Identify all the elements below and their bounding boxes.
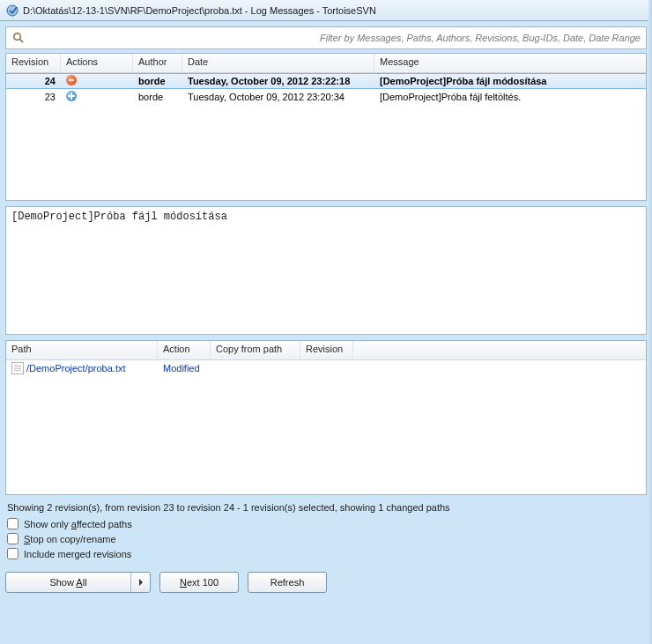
cell-message: [DemoProject]Próba fájl feltöltés. xyxy=(374,91,646,103)
svg-point-1 xyxy=(14,33,21,41)
revision-row[interactable]: 23 borde Tuesday, October 09, 2012 23:20… xyxy=(6,89,646,105)
option-affected-paths[interactable]: Show only affected paths xyxy=(5,516,647,531)
next-100-button[interactable]: Next 100 xyxy=(159,572,239,593)
window-title: D:\Oktatás\12-13-1\SVN\RF\DemoProject\pr… xyxy=(23,5,376,16)
cell-date: Tuesday, October 09, 2012 23:22:18 xyxy=(182,75,374,87)
cell-path-revision xyxy=(300,367,353,369)
window-border xyxy=(648,0,652,644)
checkbox-merged[interactable] xyxy=(7,548,19,559)
added-icon xyxy=(66,91,77,101)
show-all-button[interactable]: Show All xyxy=(5,572,151,593)
commit-message-pane[interactable]: [DemoProject]Próba fájl módosítása xyxy=(5,206,647,335)
search-icon xyxy=(11,31,26,45)
col-actions[interactable]: Actions xyxy=(61,54,133,72)
modified-icon xyxy=(66,75,77,85)
label-merged: Include merged revisions xyxy=(24,549,131,559)
cell-date: Tuesday, October 09, 2012 23:20:34 xyxy=(182,91,374,103)
refresh-label: Refresh xyxy=(270,577,305,588)
status-area: Showing 2 revision(s), from revision 23 … xyxy=(5,500,647,561)
col-date[interactable]: Date xyxy=(182,54,374,72)
cell-path-action: Modified xyxy=(158,362,211,374)
commit-message-text: [DemoProject]Próba fájl módosítása xyxy=(11,211,227,223)
revisions-header[interactable]: Revision Actions Author Date Message xyxy=(6,54,646,73)
cell-actions xyxy=(61,74,133,88)
paths-header[interactable]: Path Action Copy from path Revision xyxy=(6,341,646,360)
cell-message: [DemoProject]Próba fájl módosítása xyxy=(374,75,646,87)
option-stop-on-copy[interactable]: Stop on copy/rename xyxy=(5,531,647,546)
cell-path: /DemoProject/proba.txt xyxy=(6,361,158,375)
path-row[interactable]: /DemoProject/proba.txt Modified xyxy=(6,360,646,376)
col-path-revision[interactable]: Revision xyxy=(300,341,353,359)
col-path[interactable]: Path xyxy=(6,341,158,359)
col-path-action[interactable]: Action xyxy=(158,341,211,359)
refresh-button[interactable]: Refresh xyxy=(248,572,327,593)
filter-bar[interactable]: Filter by Messages, Paths, Authors, Revi… xyxy=(5,26,647,49)
cell-actions xyxy=(61,90,133,104)
col-author[interactable]: Author xyxy=(133,54,182,72)
option-include-merged[interactable]: Include merged revisions xyxy=(5,546,647,561)
checkbox-affected[interactable] xyxy=(7,518,19,529)
filter-placeholder: Filter by Messages, Paths, Authors, Revi… xyxy=(320,33,641,43)
col-copy-from[interactable]: Copy from path xyxy=(211,341,300,359)
col-revision[interactable]: Revision xyxy=(6,54,61,72)
svg-point-0 xyxy=(7,5,18,16)
file-icon xyxy=(11,362,24,374)
revisions-list[interactable]: Revision Actions Author Date Message 24 … xyxy=(5,53,647,201)
status-line: Showing 2 revision(s), from revision 23 … xyxy=(5,500,647,516)
col-message[interactable]: Message xyxy=(374,54,646,72)
col-flex xyxy=(353,341,646,359)
show-all-dropdown[interactable] xyxy=(130,573,150,592)
window-titlebar: D:\Oktatás\12-13-1\SVN\RF\DemoProject\pr… xyxy=(0,0,652,21)
label-affected: Show only affected paths xyxy=(24,519,132,529)
chevron-right-icon xyxy=(137,579,144,586)
label-stop: Stop on copy/rename xyxy=(24,534,116,544)
button-row: Show All Next 100 Refresh xyxy=(5,572,647,593)
revision-row[interactable]: 24 borde Tuesday, October 09, 2012 23:22… xyxy=(6,73,646,89)
cell-author: borde xyxy=(133,75,182,87)
cell-path-text: /DemoProject/proba.txt xyxy=(26,363,126,374)
svg-line-2 xyxy=(20,40,24,43)
cell-revision: 23 xyxy=(6,91,61,103)
changed-paths-list[interactable]: Path Action Copy from path Revision /Dem… xyxy=(5,340,647,495)
cell-copy-from xyxy=(211,367,300,369)
checkbox-stop[interactable] xyxy=(7,533,19,544)
app-icon xyxy=(5,4,19,18)
cell-author: borde xyxy=(133,91,182,103)
cell-revision: 24 xyxy=(6,75,61,87)
